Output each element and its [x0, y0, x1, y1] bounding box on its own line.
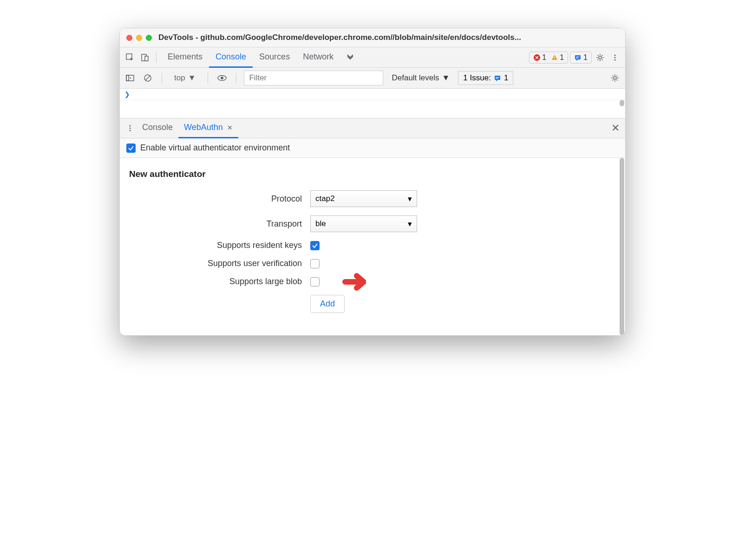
svg-point-9: [599, 56, 601, 59]
console-toolbar: top ▼ Default levels ▼ 1 Issue: 1: [120, 68, 625, 89]
svg-point-23: [130, 125, 131, 127]
svg-rect-8: [576, 58, 578, 58]
protocol-value: ctap2: [315, 194, 335, 203]
console-sidebar-toggle-icon[interactable]: [124, 72, 137, 85]
user-verification-row: Supports user verification: [129, 259, 616, 268]
warning-badge: 1: [551, 53, 564, 62]
divider: [208, 73, 208, 83]
dropdown-icon: ▾: [408, 219, 412, 229]
transport-select[interactable]: ble ▾: [310, 215, 417, 232]
close-window-button[interactable]: [126, 35, 132, 41]
drawer-tab-webauthn-label: WebAuthn: [184, 123, 223, 132]
settings-icon[interactable]: [594, 51, 607, 64]
dropdown-icon: ▼: [442, 73, 450, 83]
issue-icon: [494, 74, 501, 82]
large-blob-checkbox[interactable]: [310, 277, 320, 287]
window-titlebar: DevTools - github.com/GoogleChrome/devel…: [120, 28, 625, 47]
devtools-window: DevTools - github.com/GoogleChrome/devel…: [119, 28, 626, 336]
new-authenticator-section: New authenticator Protocol ctap2 ▾ Trans…: [120, 158, 625, 335]
svg-rect-4: [554, 57, 555, 59]
maximize-window-button[interactable]: [146, 35, 152, 41]
svg-rect-19: [495, 76, 500, 80]
drawer-tabbar: Console WebAuthn ✕ ✕: [120, 118, 625, 138]
main-toolbar: Elements Console Sources Network 1 1 1: [120, 47, 625, 68]
scrollbar[interactable]: [620, 90, 624, 106]
device-toggle-icon[interactable]: [138, 51, 151, 64]
issues-count: 1: [504, 73, 508, 83]
resident-keys-checkbox[interactable]: [310, 241, 320, 250]
svg-rect-7: [576, 57, 580, 57]
drawer-tab-console[interactable]: Console: [137, 118, 178, 138]
enable-label: Enable virtual authenticator environment: [140, 143, 290, 153]
clear-console-icon[interactable]: [141, 72, 154, 85]
error-count: 1: [542, 53, 546, 62]
svg-rect-14: [126, 75, 129, 81]
user-verification-checkbox[interactable]: [310, 259, 320, 268]
divider: [236, 73, 236, 83]
warning-count: 1: [560, 53, 564, 62]
error-badge: 1: [533, 53, 546, 62]
svg-point-11: [614, 57, 616, 58]
divider: [156, 52, 157, 63]
tab-network[interactable]: Network: [296, 47, 340, 68]
tab-console[interactable]: Console: [209, 47, 253, 68]
svg-rect-6: [575, 55, 581, 59]
user-verification-label: Supports user verification: [129, 259, 310, 268]
issues-counter[interactable]: 1 Issue: 1: [458, 71, 513, 85]
dropdown-icon: ▼: [188, 73, 196, 83]
resident-keys-label: Supports resident keys: [129, 241, 310, 250]
svg-line-16: [145, 76, 150, 80]
protocol-label: Protocol: [129, 194, 310, 204]
traffic-lights: [126, 35, 152, 41]
protocol-select[interactable]: ctap2 ▾: [310, 190, 417, 207]
main-tabs: Elements Console Sources Network: [161, 47, 340, 68]
svg-rect-20: [496, 77, 499, 78]
context-value: top: [174, 73, 185, 83]
context-selector[interactable]: top ▼: [170, 72, 200, 85]
tab-close-icon[interactable]: ✕: [227, 124, 233, 131]
log-level-selector[interactable]: Default levels ▼: [388, 73, 453, 83]
svg-point-10: [614, 54, 616, 56]
transport-value: ble: [315, 219, 326, 228]
tab-sources[interactable]: Sources: [253, 47, 296, 68]
inspect-element-icon[interactable]: [124, 51, 137, 64]
drawer-close-icon[interactable]: ✕: [611, 122, 620, 134]
section-title: New authenticator: [129, 169, 616, 179]
filter-input[interactable]: [244, 71, 383, 85]
svg-point-24: [130, 128, 131, 129]
log-level-value: Default levels: [392, 73, 439, 83]
annotation-arrow-icon: [333, 270, 366, 293]
error-warning-badges[interactable]: 1 1: [529, 52, 568, 64]
svg-point-25: [130, 130, 131, 131]
enable-checkbox[interactable]: [126, 143, 136, 153]
minimize-window-button[interactable]: [136, 35, 142, 41]
issues-count: 1: [583, 53, 588, 62]
scrollbar[interactable]: [620, 158, 624, 335]
console-prompt-indicator: ❯: [120, 89, 625, 100]
dropdown-icon: ▾: [408, 194, 412, 204]
warning-icon: [551, 54, 558, 61]
add-button[interactable]: Add: [310, 295, 345, 313]
drawer-menu-icon[interactable]: [124, 122, 137, 135]
tab-elements[interactable]: Elements: [161, 47, 209, 68]
svg-point-22: [614, 77, 616, 79]
more-tabs-icon[interactable]: [342, 54, 359, 61]
protocol-row: Protocol ctap2 ▾: [129, 190, 616, 207]
svg-rect-2: [145, 56, 148, 61]
transport-row: Transport ble ▾: [129, 215, 616, 232]
svg-rect-21: [496, 78, 498, 79]
more-menu-icon[interactable]: [608, 51, 621, 64]
drawer-tab-webauthn[interactable]: WebAuthn ✕: [178, 118, 238, 138]
issues-label: 1 Issue:: [463, 73, 491, 83]
window-title: DevTools - github.com/GoogleChrome/devel…: [158, 33, 619, 42]
error-icon: [533, 54, 541, 61]
issues-badge[interactable]: 1: [570, 52, 592, 64]
enable-virtual-authenticator-row: Enable virtual authenticator environment: [120, 138, 625, 158]
add-button-row: Add: [129, 295, 616, 313]
console-settings-icon[interactable]: [608, 72, 621, 85]
svg-point-12: [614, 59, 616, 60]
issue-icon: [574, 54, 582, 61]
svg-rect-5: [554, 59, 555, 59]
live-expression-icon[interactable]: [216, 72, 229, 85]
resident-keys-row: Supports resident keys: [129, 241, 616, 250]
